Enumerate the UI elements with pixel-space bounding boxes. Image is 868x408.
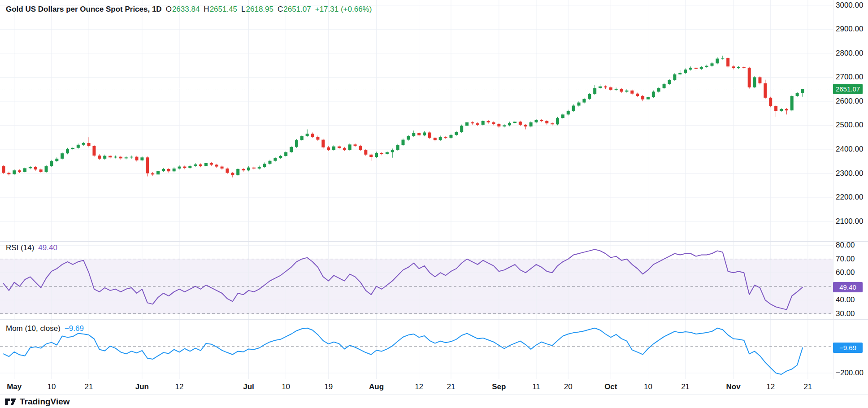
candle-down bbox=[18, 169, 21, 173]
tradingview-brand-text[interactable]: TradingView bbox=[20, 397, 70, 407]
rsi-axis-label: 60.00 bbox=[836, 268, 855, 277]
candle-down bbox=[359, 145, 362, 151]
candle-up bbox=[588, 93, 591, 100]
attribution-bar: TradingView bbox=[4, 395, 70, 408]
candle-down bbox=[252, 167, 256, 170]
candle-down bbox=[434, 137, 437, 141]
time-axis-label: Oct bbox=[604, 382, 617, 391]
candle-up bbox=[572, 104, 575, 112]
candle-up bbox=[652, 91, 655, 98]
candle-up bbox=[689, 66, 692, 70]
time-axis[interactable]: May1021Jun12Jul1019Aug1221Sep1120Oct1021… bbox=[0, 379, 868, 395]
time-axis-label: Sep bbox=[492, 382, 506, 391]
candle-up bbox=[684, 69, 687, 74]
candle-down bbox=[338, 145, 341, 149]
candle-up bbox=[593, 85, 596, 95]
candle-up bbox=[125, 156, 128, 159]
candle-up bbox=[780, 108, 783, 112]
candle-up bbox=[668, 79, 671, 85]
candle-down bbox=[242, 168, 245, 172]
candle-down bbox=[417, 132, 421, 136]
candle-up bbox=[556, 117, 559, 126]
time-axis-label: 10 bbox=[644, 382, 652, 391]
candle-up bbox=[284, 151, 287, 157]
open-value: 2633.84 bbox=[172, 5, 200, 14]
candle-down bbox=[167, 168, 170, 173]
candle-down bbox=[620, 88, 623, 93]
chart-plot-area[interactable] bbox=[0, 0, 833, 379]
candle-up bbox=[508, 122, 511, 126]
time-axis-label: 11 bbox=[532, 382, 540, 391]
candle-up bbox=[23, 167, 26, 173]
rsi-current-value: 49.40 bbox=[38, 243, 57, 252]
candle-down bbox=[39, 169, 43, 173]
high-value: 2651.45 bbox=[210, 5, 237, 14]
candle-up bbox=[247, 166, 250, 171]
price-axis-label: 3000.00 bbox=[836, 1, 863, 10]
candle-down bbox=[199, 164, 202, 168]
candle-down bbox=[497, 123, 500, 128]
candle-up bbox=[455, 131, 458, 136]
candle-up bbox=[29, 166, 32, 169]
candle-up bbox=[535, 119, 538, 123]
tradingview-logo-icon[interactable] bbox=[4, 397, 17, 407]
time-axis-label: 12 bbox=[175, 382, 184, 391]
chart-root: Gold US Dollars per Ounce Spot Prices, 1… bbox=[0, 0, 868, 408]
candle-up bbox=[306, 130, 309, 137]
time-axis-label: May bbox=[7, 382, 22, 391]
ohlc-high: H 2651.45 bbox=[204, 5, 237, 14]
candle-up bbox=[61, 152, 64, 160]
candle-up bbox=[236, 168, 239, 176]
main-price-pane[interactable] bbox=[0, 0, 833, 241]
candle-up bbox=[263, 162, 266, 168]
price-axis-label: 2200.00 bbox=[836, 193, 863, 202]
mom-axis-label: −200.00 bbox=[836, 369, 864, 378]
candle-up bbox=[194, 163, 197, 167]
candle-up bbox=[482, 120, 485, 126]
candle-up bbox=[615, 87, 618, 91]
candle-up bbox=[386, 151, 389, 155]
candle-up bbox=[796, 92, 799, 97]
candle-down bbox=[215, 164, 218, 168]
candle-down bbox=[785, 108, 788, 114]
rsi-axis-label: 30.00 bbox=[836, 309, 855, 318]
candle-up bbox=[423, 131, 426, 136]
candle-down bbox=[221, 165, 224, 169]
candle-down bbox=[694, 67, 698, 71]
candle-up bbox=[204, 162, 208, 167]
main-legend: Gold US Dollars per Ounce Spot Prices, 1… bbox=[6, 5, 372, 14]
pane-divider[interactable] bbox=[0, 241, 868, 242]
candle-up bbox=[140, 156, 143, 161]
candle-up bbox=[657, 87, 660, 93]
candle-up bbox=[279, 155, 282, 159]
candle-up bbox=[449, 134, 452, 139]
price-axis-label: 2500.00 bbox=[836, 121, 863, 130]
rsi-pane[interactable] bbox=[0, 241, 833, 319]
candle-up bbox=[678, 70, 681, 75]
candle-down bbox=[636, 93, 639, 97]
candle-down bbox=[183, 165, 186, 169]
price-axis-divider bbox=[833, 0, 833, 379]
time-axis-label: 10 bbox=[47, 382, 56, 391]
candle-down bbox=[492, 122, 495, 126]
candle-up bbox=[269, 160, 272, 165]
time-axis-label: Nov bbox=[726, 382, 740, 391]
close-value: 2651.07 bbox=[283, 5, 311, 14]
candle-down bbox=[545, 120, 548, 125]
candle-up bbox=[529, 121, 533, 127]
candle-up bbox=[13, 169, 16, 175]
candle-down bbox=[774, 105, 777, 117]
time-axis-label: 19 bbox=[324, 382, 333, 391]
mom-indicator-name: Mom (10, close) bbox=[6, 324, 61, 333]
low-prefix: L bbox=[241, 5, 245, 14]
candle-down bbox=[471, 122, 474, 125]
ohlc-low: L 2618.95 bbox=[241, 5, 273, 14]
price-axis-label: 2700.00 bbox=[836, 73, 863, 82]
time-axis-label: 21 bbox=[681, 382, 690, 391]
momentum-pane[interactable] bbox=[0, 319, 833, 379]
candle-up bbox=[290, 146, 293, 153]
time-axis-label: 21 bbox=[803, 382, 812, 391]
pane-divider[interactable] bbox=[0, 319, 868, 320]
candle-up bbox=[503, 124, 506, 127]
chart-bottom-edge bbox=[0, 395, 868, 395]
